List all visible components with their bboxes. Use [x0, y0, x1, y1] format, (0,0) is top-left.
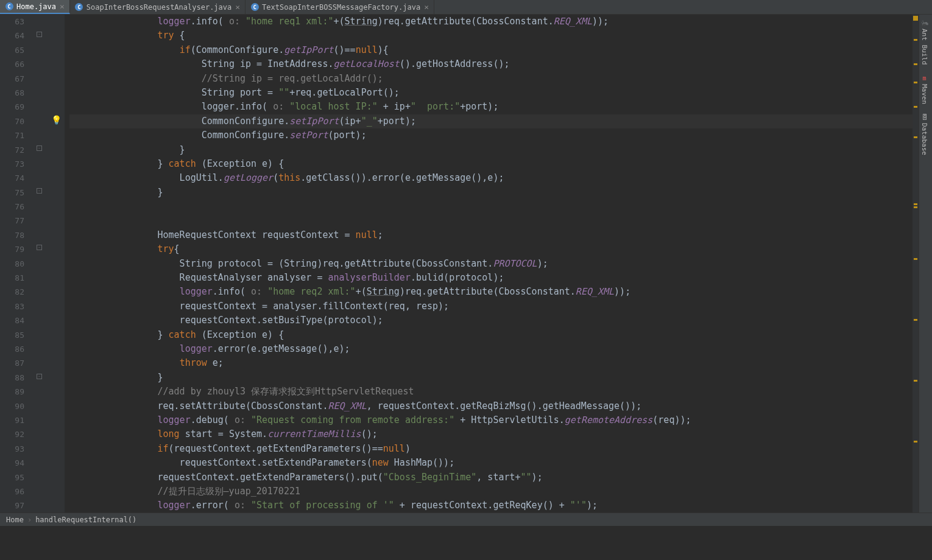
- tab-home-java[interactable]: C Home.java ×: [0, 0, 70, 14]
- close-icon[interactable]: ×: [424, 2, 429, 12]
- close-icon[interactable]: ×: [60, 2, 65, 11]
- java-class-icon: C: [75, 3, 83, 12]
- breadcrumb-method[interactable]: handleRequestInternal(): [35, 516, 136, 524]
- fold-marker[interactable]: -: [37, 145, 42, 151]
- tab-soap-analyser[interactable]: C SoapInterBossRequestAnalyser.java ×: [70, 0, 245, 14]
- fold-column: - - - - -: [34, 15, 46, 513]
- java-class-icon: C: [250, 3, 259, 12]
- analysis-status-icon: [913, 16, 918, 21]
- intention-bulb-icon[interactable]: 💡: [51, 115, 62, 125]
- fold-marker[interactable]: -: [37, 32, 42, 37]
- close-icon[interactable]: ×: [235, 2, 240, 12]
- warning-marker[interactable]: [914, 82, 917, 83]
- tab-label: SoapInterBossRequestAnalyser.java: [86, 3, 231, 12]
- warning-marker[interactable]: [914, 39, 917, 41]
- fold-marker[interactable]: -: [37, 374, 42, 379]
- code-area[interactable]: logger.info( o: "home req1 xml:"+(String…: [65, 15, 913, 513]
- warning-marker[interactable]: [914, 203, 917, 205]
- fold-marker[interactable]: -: [37, 245, 42, 250]
- breadcrumb-class[interactable]: Home: [6, 516, 24, 524]
- warning-marker[interactable]: [914, 258, 917, 260]
- line-number-gutter: 6364656667686970717273747576777879808182…: [0, 15, 34, 513]
- warning-marker[interactable]: [914, 319, 917, 321]
- right-tool-panel: 🐜Ant Build mMaven 🗄Database: [919, 15, 932, 513]
- warning-marker[interactable]: [914, 106, 917, 108]
- editor-tabs: C Home.java × C SoapInterBossRequestAnal…: [0, 0, 932, 15]
- maven-tab[interactable]: mMaven: [919, 70, 930, 109]
- icon-column: 💡: [46, 15, 65, 513]
- database-tab[interactable]: 🗄Database: [919, 109, 930, 160]
- tab-label: Home.java: [16, 2, 56, 11]
- warning-marker[interactable]: [914, 441, 917, 443]
- error-strip[interactable]: [913, 15, 919, 513]
- tab-label: TextSoapInterBOSSMessageFactory.java: [262, 3, 420, 12]
- warning-marker[interactable]: [914, 63, 917, 65]
- warning-marker[interactable]: [914, 136, 917, 138]
- warning-marker[interactable]: [914, 206, 917, 208]
- maven-icon: m: [922, 75, 926, 82]
- chevron-right-icon: ›: [27, 516, 32, 524]
- ant-build-tab[interactable]: 🐜Ant Build: [919, 15, 930, 70]
- ant-icon: 🐜: [921, 19, 928, 26]
- code-editor: 6364656667686970717273747576777879808182…: [0, 15, 932, 513]
- database-icon: 🗄: [922, 114, 928, 121]
- fold-marker[interactable]: -: [37, 188, 42, 194]
- breadcrumb-bar: Home › handleRequestInternal(): [0, 513, 932, 526]
- tab-text-factory[interactable]: C TextSoapInterBOSSMessageFactory.java ×: [245, 0, 434, 14]
- warning-marker[interactable]: [914, 380, 917, 382]
- java-class-icon: C: [5, 2, 13, 11]
